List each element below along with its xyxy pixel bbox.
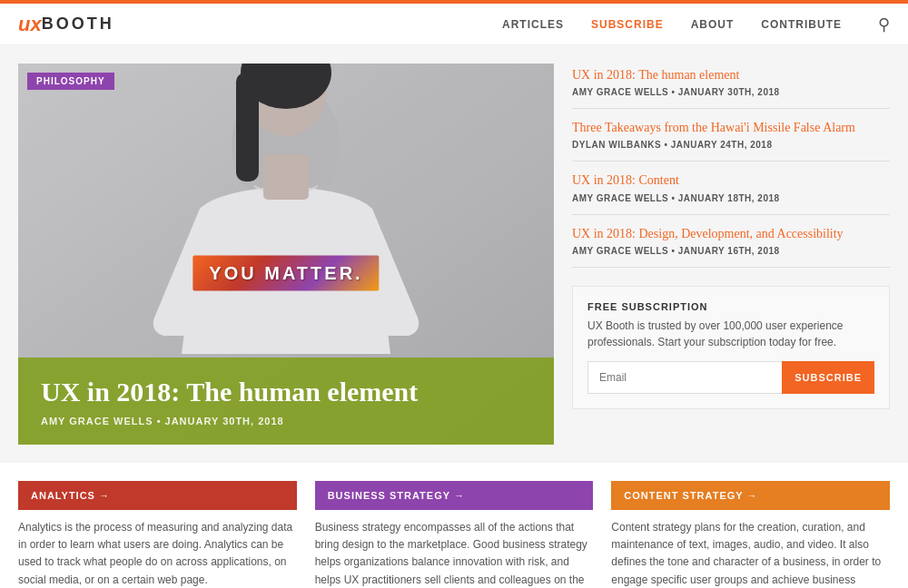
subscription-title: FREE SUBSCRIPTION xyxy=(587,301,874,312)
category-grid: ANALYTICS → Analytics is the process of … xyxy=(18,481,890,588)
navigation: ux BOOTH ARTICLES SUBSCRIBE ABOUT CONTRI… xyxy=(0,0,908,45)
article-meta: AMY GRACE WELLS • JANUARY 16TH, 2018 xyxy=(572,246,890,256)
category-desc-analytics: Analytics is the process of measuring an… xyxy=(18,519,297,588)
subscription-description: UX Booth is trusted by over 100,000 user… xyxy=(587,318,874,350)
nav-articles[interactable]: ARTICLES xyxy=(502,18,564,31)
article-item: UX in 2018: The human element AMY GRACE … xyxy=(572,64,890,109)
subscribe-button[interactable]: SUBSCRIBE xyxy=(782,361,874,394)
category-badge: PHILOSOPHY xyxy=(27,73,114,90)
logo[interactable]: ux BOOTH xyxy=(18,13,114,36)
hero-title[interactable]: UX in 2018: The human element xyxy=(41,376,531,408)
subscription-form: SUBSCRIBE xyxy=(587,361,874,394)
hero-section: YOU MATTER. PHILOSOPHY UX in 2018: The h… xyxy=(18,64,554,445)
nav-links: ARTICLES SUBSCRIBE ABOUT CONTRIBUTE ⚲ xyxy=(502,15,890,34)
category-header-analytics[interactable]: ANALYTICS → xyxy=(18,481,297,510)
article-title[interactable]: UX in 2018: Design, Development, and Acc… xyxy=(572,226,890,242)
nav-subscribe[interactable]: SUBSCRIBE xyxy=(591,18,664,31)
category-content: CONTENT STRATEGY → Content strategy plan… xyxy=(611,481,890,588)
categories-section: ANALYTICS → Analytics is the process of … xyxy=(0,463,908,588)
sidebar: UX in 2018: The human element AMY GRACE … xyxy=(554,64,890,445)
article-list: UX in 2018: The human element AMY GRACE … xyxy=(572,64,890,268)
category-business: BUSINESS STRATEGY → Business strategy en… xyxy=(315,481,594,588)
main-content: YOU MATTER. PHILOSOPHY UX in 2018: The h… xyxy=(0,45,908,463)
article-item: Three Takeaways from the Hawai'i Missile… xyxy=(572,109,890,162)
search-icon[interactable]: ⚲ xyxy=(878,15,890,34)
email-input[interactable] xyxy=(587,361,782,394)
nav-about[interactable]: ABOUT xyxy=(691,18,735,31)
category-desc-business: Business strategy encompasses all of the… xyxy=(315,519,594,588)
article-title[interactable]: UX in 2018: Content xyxy=(572,172,890,189)
article-title[interactable]: UX in 2018: The human element xyxy=(572,67,890,83)
article-title[interactable]: Three Takeaways from the Hawai'i Missile… xyxy=(572,120,890,136)
article-meta: AMY GRACE WELLS • JANUARY 30TH, 2018 xyxy=(572,87,890,97)
nav-contribute[interactable]: CONTRIBUTE xyxy=(761,18,842,31)
article-meta: DYLAN WILBANKS • JANUARY 24TH, 2018 xyxy=(572,140,890,150)
article-meta: AMY GRACE WELLS • JANUARY 18TH, 2018 xyxy=(572,193,890,203)
article-item: UX in 2018: Content AMY GRACE WELLS • JA… xyxy=(572,162,890,214)
logo-booth: BOOTH xyxy=(42,15,114,34)
logo-ux: ux xyxy=(18,13,42,36)
category-desc-content: Content strategy plans for the creation,… xyxy=(611,519,890,588)
article-item: UX in 2018: Design, Development, and Acc… xyxy=(572,215,890,268)
category-analytics: ANALYTICS → Analytics is the process of … xyxy=(18,481,297,588)
hero-caption: UX in 2018: The human element AMY GRACE … xyxy=(18,358,554,445)
category-header-content[interactable]: CONTENT STRATEGY → xyxy=(611,481,890,510)
category-header-business[interactable]: BUSINESS STRATEGY → xyxy=(315,481,594,510)
you-matter-text: YOU MATTER. xyxy=(192,256,379,291)
hero-meta: AMY GRACE WELLS • JANUARY 30TH, 2018 xyxy=(41,416,531,426)
subscription-box: FREE SUBSCRIPTION UX Booth is trusted by… xyxy=(572,286,890,409)
